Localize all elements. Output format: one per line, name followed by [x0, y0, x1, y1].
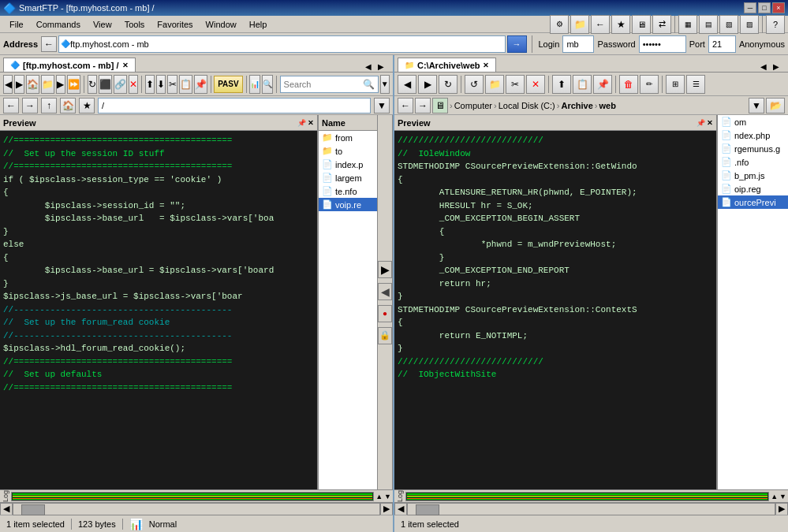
menu-view[interactable]: View: [87, 18, 118, 31]
list-item[interactable]: 📄index.p: [319, 158, 377, 171]
left-path-dropdown[interactable]: ▼: [374, 98, 390, 113]
left-tab-close[interactable]: ✕: [122, 61, 129, 69]
menu-window[interactable]: Window: [200, 18, 243, 31]
left-search-input[interactable]: [284, 80, 363, 89]
right-scroll-thumb[interactable]: [416, 504, 439, 515]
left-path-up[interactable]: ↑: [41, 98, 57, 113]
right-tab-arrow-right[interactable]: ▶: [771, 61, 782, 72]
toolbar-folder-icon[interactable]: 📁: [570, 15, 589, 34]
left-path-forward[interactable]: →: [22, 98, 38, 113]
right-refresh[interactable]: ↻: [439, 75, 457, 94]
left-view-btn[interactable]: ▼: [380, 75, 390, 94]
right-path-back[interactable]: ←: [398, 98, 413, 113]
right-stop[interactable]: ✕: [526, 75, 545, 94]
left-disconnect-btn[interactable]: ✕: [129, 75, 138, 94]
left-bottom-arrow-down[interactable]: ▼: [384, 493, 391, 500]
right-cut[interactable]: ✂: [506, 75, 525, 94]
list-item[interactable]: 📄rgemunus.g: [718, 142, 788, 155]
right-delete[interactable]: 🗑: [619, 75, 638, 94]
right-breadcrumb-disk[interactable]: Local Disk (C:): [499, 101, 555, 110]
right-scroll-right[interactable]: ▶: [775, 503, 788, 515]
right-path-go[interactable]: 🖥: [432, 98, 448, 113]
left-play-btn[interactable]: ▶: [56, 75, 65, 94]
left-log-btn[interactable]: 📊: [249, 75, 260, 94]
right-upload2[interactable]: ⬆: [552, 75, 571, 94]
list-item[interactable]: 📄oip.reg: [718, 182, 788, 195]
right-tab-close[interactable]: ✕: [483, 61, 489, 69]
list-item[interactable]: 📄b_pm.js: [718, 169, 788, 182]
right-view-btn[interactable]: ⊞: [666, 75, 685, 94]
left-path-home[interactable]: 🏠: [60, 98, 76, 113]
left-scroll-left[interactable]: ◀: [0, 503, 13, 515]
list-item[interactable]: 📁to: [319, 144, 377, 158]
right-path-dropdown[interactable]: ▼: [749, 98, 764, 113]
list-item[interactable]: 📄largem: [319, 171, 377, 184]
right-path-explore[interactable]: 📂: [766, 98, 785, 113]
right-path-forward[interactable]: →: [415, 98, 431, 113]
list-item[interactable]: 📄om: [718, 115, 788, 128]
right-scroll-track[interactable]: [407, 503, 775, 515]
toolbar-star-icon[interactable]: ★: [611, 15, 630, 34]
menu-commands[interactable]: Commands: [30, 18, 87, 31]
left-bottom-arrow-up[interactable]: ▲: [375, 493, 383, 500]
left-scroll-thumb[interactable]: [21, 504, 45, 515]
left-fast-forward-btn[interactable]: ⏩: [67, 75, 80, 94]
toolbar-grid3[interactable]: ▧: [719, 15, 738, 34]
right-tab-arrow-left[interactable]: ◀: [758, 61, 769, 72]
left-preview-close[interactable]: ✕: [308, 119, 314, 127]
left-nav-back[interactable]: ◀: [3, 75, 13, 94]
left-path-back[interactable]: ←: [3, 98, 19, 113]
left-path-star[interactable]: ★: [79, 98, 95, 113]
left-scroll-right[interactable]: ▶: [380, 503, 393, 515]
left-nav-forward[interactable]: ▶: [14, 75, 24, 94]
menu-help[interactable]: Help: [243, 18, 274, 31]
right-breadcrumb-archive[interactable]: Archive: [561, 101, 592, 110]
right-folder-icon[interactable]: 📁: [485, 75, 504, 94]
list-item[interactable]: 📄te.nfo: [319, 184, 377, 198]
left-preview-pin[interactable]: 📌: [297, 119, 306, 127]
menu-favorites[interactable]: Favorites: [151, 18, 199, 31]
right-nav-back[interactable]: ◀: [398, 75, 416, 94]
left-connect-btn[interactable]: 🔗: [114, 75, 127, 94]
right-preview-pin[interactable]: 📌: [697, 119, 705, 127]
maximize-button[interactable]: □: [758, 2, 771, 13]
titlebar-controls[interactable]: ─ □ ×: [744, 2, 785, 13]
left-nav-up[interactable]: 🏠: [26, 75, 39, 94]
right-breadcrumb-computer[interactable]: Computer: [454, 101, 492, 110]
list-item[interactable]: 📄ourcePrevi: [718, 195, 788, 209]
right-scroll-left[interactable]: ◀: [394, 503, 407, 515]
left-stop-btn[interactable]: ⬛: [99, 75, 112, 94]
transfer-lock-btn[interactable]: 🔒: [378, 327, 392, 344]
list-item[interactable]: 📄ndex.php: [718, 128, 788, 142]
close-button[interactable]: ×: [772, 2, 785, 13]
toolbar-back-icon[interactable]: ←: [591, 15, 610, 34]
minimize-button[interactable]: ─: [744, 2, 756, 13]
left-upload-btn[interactable]: ⬆: [145, 75, 155, 94]
left-scroll-track[interactable]: [13, 503, 380, 515]
left-download-btn[interactable]: ⬇: [156, 75, 166, 94]
right-nav-forward[interactable]: ▶: [418, 75, 437, 94]
right-bottom-arrow-up[interactable]: ▲: [771, 493, 778, 500]
transfer-record-btn[interactable]: ●: [378, 305, 392, 322]
list-item[interactable]: 📁from: [319, 131, 377, 144]
address-go-button[interactable]: →: [507, 35, 527, 53]
toolbar-monitor-icon[interactable]: 🖥: [632, 15, 651, 34]
login-input[interactable]: [562, 35, 594, 53]
right-refresh2[interactable]: ↺: [465, 75, 484, 94]
port-input[interactable]: [708, 35, 736, 53]
right-rename[interactable]: ✏: [640, 75, 659, 94]
right-tab-active[interactable]: 📁 C:\Archive\web ✕: [398, 58, 496, 72]
left-cut-btn[interactable]: ✂: [167, 75, 177, 94]
left-tab-arrow-right[interactable]: ▶: [375, 61, 387, 72]
transfer-download-btn[interactable]: ◀: [378, 283, 392, 300]
list-item[interactable]: 📄voip.re: [319, 198, 377, 211]
left-copy-btn[interactable]: 📋: [179, 75, 192, 94]
address-input[interactable]: [70, 39, 502, 49]
left-search-btn[interactable]: 🔍: [262, 75, 273, 94]
toolbar-grid2[interactable]: ▤: [699, 15, 718, 34]
right-paste[interactable]: 📌: [593, 75, 612, 94]
right-list-btn[interactable]: ☰: [686, 75, 705, 94]
toolbar-transfer-icon[interactable]: ⇄: [652, 15, 671, 34]
toolbar-queue-icon[interactable]: ⚙: [550, 15, 569, 34]
pasv-button[interactable]: PASV: [214, 76, 243, 93]
